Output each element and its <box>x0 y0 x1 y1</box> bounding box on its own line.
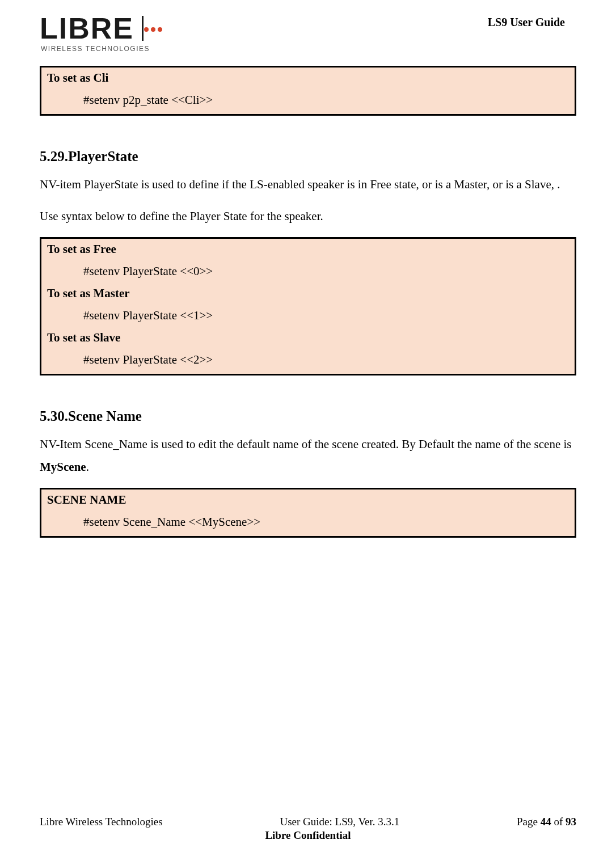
footer-confidential: Libre Confidential <box>40 829 576 842</box>
code-box-title: SCENE NAME <box>47 493 569 507</box>
code-line: #setenv Scene_Name <<MyScene>> <box>83 515 569 529</box>
logo-text-sub: WIRELESS TECHNOLOGIES <box>41 45 150 53</box>
libre-logo-icon: LIBRE WIRELESS TECHNOLOGIES <box>40 11 164 56</box>
paragraph-text: NV-Item Scene_Name is used to edit the d… <box>40 437 571 451</box>
svg-point-1 <box>151 27 155 32</box>
code-box-p2p-cli: To set as Cli #setenv p2p_state <<Cli>> <box>40 66 576 116</box>
svg-point-0 <box>144 27 149 32</box>
page-footer: Libre Wireless Technologies User Guide: … <box>40 816 576 842</box>
svg-rect-3 <box>142 16 144 41</box>
code-line: #setenv PlayerState <<2>> <box>83 353 569 367</box>
code-box-title: To set as Free <box>47 242 569 256</box>
code-box-title: To set as Slave <box>47 331 569 345</box>
paragraph-text: . <box>86 460 89 474</box>
paragraph: NV-item PlayerState is used to define if… <box>40 174 576 196</box>
footer-page-number: Page 44 of 93 <box>517 816 576 828</box>
logo-text-main: LIBRE <box>40 12 134 45</box>
footer-total-pages: 93 <box>566 816 576 828</box>
code-line: #setenv PlayerState <<0>> <box>83 264 569 278</box>
code-box-scenename: SCENE NAME #setenv Scene_Name <<MyScene>… <box>40 488 576 538</box>
footer-row: Libre Wireless Technologies User Guide: … <box>40 816 576 828</box>
page: LIBRE WIRELESS TECHNOLOGIES LS9 User Gui… <box>0 0 616 861</box>
header-row: LIBRE WIRELESS TECHNOLOGIES LS9 User Gui… <box>40 11 576 56</box>
section-heading-playerstate: 5.29.PlayerState <box>40 149 576 164</box>
svg-point-2 <box>158 27 162 32</box>
section-title: PlayerState <box>68 149 138 164</box>
code-box-title: To set as Master <box>47 286 569 301</box>
code-line: #setenv p2p_state <<Cli>> <box>83 93 569 107</box>
code-box-title: To set as Cli <box>47 71 569 85</box>
logo-block: LIBRE WIRELESS TECHNOLOGIES <box>40 11 164 56</box>
paragraph-bold: MyScene <box>40 460 86 474</box>
section-number: 5.29. <box>40 149 68 164</box>
footer-current-page: 44 <box>541 816 551 828</box>
code-box-playerstate: To set as Free #setenv PlayerState <<0>>… <box>40 237 576 375</box>
section-heading-scenename: 5.30.Scene Name <box>40 408 576 424</box>
header-doc-title: LS9 User Guide <box>488 16 565 29</box>
section-number: 5.30. <box>40 408 68 424</box>
footer-text: Page <box>517 816 541 828</box>
footer-left: Libre Wireless Technologies <box>40 816 163 828</box>
paragraph: Use syntax below to define the Player St… <box>40 205 576 228</box>
paragraph: NV-Item Scene_Name is used to edit the d… <box>40 433 576 479</box>
footer-center: User Guide: LS9, Ver. 3.3.1 <box>163 816 517 828</box>
code-line: #setenv PlayerState <<1>> <box>83 309 569 323</box>
footer-text: of <box>551 816 566 828</box>
section-title: Scene Name <box>68 408 142 424</box>
